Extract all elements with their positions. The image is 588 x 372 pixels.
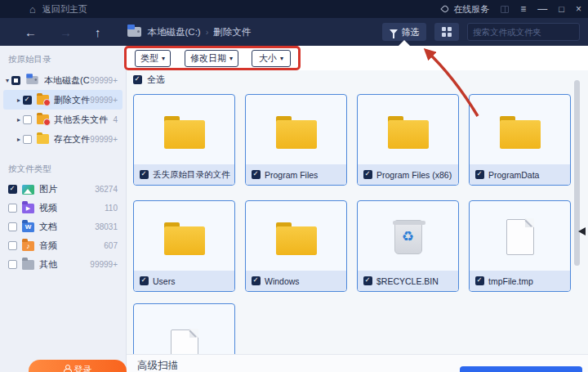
expand-arrow-icon[interactable]: ▾: [3, 77, 11, 84]
maximize-button[interactable]: □: [559, 0, 564, 18]
checkbox-pictures[interactable]: [8, 185, 17, 194]
card-checkbox[interactable]: [252, 170, 261, 179]
drive-icon: [26, 76, 38, 84]
card-checkbox[interactable]: [475, 170, 484, 179]
card-checkbox[interactable]: [140, 276, 149, 285]
deleted-folder-icon: [37, 95, 49, 105]
sidebar-item-videos[interactable]: ▶ 视频 110: [3, 199, 122, 217]
online-service-label[interactable]: 在线服务: [453, 3, 489, 16]
video-icon: ▶: [22, 204, 34, 213]
online-service-icon[interactable]: [441, 4, 450, 13]
chevron-down-icon: ▾: [280, 55, 283, 62]
login-button[interactable]: 登录: [29, 360, 127, 372]
checkbox-other-lost-files[interactable]: [23, 115, 32, 124]
gift-icon[interactable]: [501, 6, 509, 13]
checkbox-existing-files[interactable]: [23, 135, 32, 144]
forward-icon[interactable]: →: [60, 26, 72, 38]
file-icon: [506, 219, 534, 255]
file-card[interactable]: Users: [133, 200, 235, 292]
close-button[interactable]: ×: [576, 0, 581, 18]
sidebar-item-audio[interactable]: ♪ 音频 607: [3, 236, 122, 255]
filter-button[interactable]: 筛选: [382, 23, 426, 41]
checkbox-deleted-files[interactable]: [23, 96, 32, 105]
card-checkbox[interactable]: [140, 170, 149, 179]
menu-icon[interactable]: ≡: [520, 0, 526, 18]
home-icon[interactable]: ⌂: [29, 4, 36, 15]
breadcrumb-drive[interactable]: 本地磁盘(C:): [148, 26, 201, 38]
card-checkbox[interactable]: [475, 276, 484, 285]
card-checkbox[interactable]: [363, 276, 372, 285]
up-icon[interactable]: ↑: [95, 26, 101, 38]
drive-icon: [127, 27, 141, 37]
grid-view-icon: [442, 27, 452, 37]
search-input[interactable]: [468, 27, 588, 37]
breadcrumb-current[interactable]: 删除文件: [213, 26, 251, 38]
item-count: 99999+: [90, 96, 118, 105]
view-toggle-button[interactable]: [434, 23, 459, 41]
card-name: Program Files: [265, 170, 318, 180]
minimize-button[interactable]: —: [537, 0, 547, 18]
type-filter-dropdown[interactable]: 类型 ▾: [135, 50, 171, 67]
sidebar-item-other[interactable]: 其他 99999+: [3, 255, 122, 274]
sidebar-section-title-file-type: 按文件类型: [0, 160, 126, 180]
checkbox-documents[interactable]: [8, 222, 17, 231]
expand-arrow-icon[interactable]: ▸: [15, 96, 23, 104]
sidebar-item-pictures[interactable]: 图片 36274: [3, 180, 122, 199]
sidebar-item-documents[interactable]: W 文档 38031: [3, 217, 122, 236]
folder-icon: [276, 222, 317, 255]
back-icon[interactable]: ←: [24, 26, 37, 38]
folder-icon: [164, 116, 205, 149]
app-window: ⌂ 返回到主页 在线服务 ≡ — □ × ← → ↑ 本地磁盘(C:) › 删除…: [0, 0, 588, 372]
select-all-row[interactable]: 全选: [133, 74, 165, 86]
file-card[interactable]: 丢失原始目录的文件: [133, 94, 235, 186]
sidebar-item-existing-files[interactable]: ▸ 存在文件 99999+: [3, 129, 122, 149]
file-card[interactable]: Program Files (x86): [357, 94, 459, 186]
item-count: 110: [105, 204, 118, 213]
toolbar: ← → ↑ 本地磁盘(C:) › 删除文件 筛选: [0, 18, 588, 46]
sidebar-item-label: 图片: [39, 183, 95, 195]
folder-icon: [37, 134, 49, 144]
select-all-checkbox[interactable]: [133, 75, 142, 84]
sidebar-item-other-lost-files[interactable]: ▸ 其他丢失文件 4: [3, 110, 122, 129]
expand-arrow-icon[interactable]: ▸: [15, 136, 23, 143]
checkbox-videos[interactable]: [8, 204, 17, 213]
checkbox-audio[interactable]: [8, 241, 17, 250]
item-count: 4: [113, 115, 118, 124]
sidebar-item-label: 其他丢失文件: [54, 114, 113, 126]
card-name: Windows: [265, 276, 300, 286]
expand-arrow-icon[interactable]: ▸: [15, 116, 23, 123]
card-name: Users: [153, 276, 175, 286]
size-filter-dropdown[interactable]: 大小 ▾: [252, 50, 291, 67]
audio-icon: ♪: [22, 241, 34, 251]
file-card[interactable]: ♻ $RECYCLE.BIN: [357, 200, 459, 292]
file-card[interactable]: ProgramData: [469, 94, 571, 186]
back-to-home-link[interactable]: 返回到主页: [42, 3, 87, 16]
advanced-scan-link[interactable]: 高级扫描: [137, 359, 178, 372]
dropdown-label: 修改日期: [190, 52, 226, 65]
file-card[interactable]: Windows: [245, 200, 347, 292]
checkbox-local-disk[interactable]: [11, 76, 20, 85]
chevron-down-icon: ▾: [229, 55, 233, 62]
sidebar-item-deleted-files[interactable]: ▸ 删除文件 99999+: [3, 90, 122, 110]
recover-button[interactable]: 恢复选中文件: [460, 366, 582, 372]
item-count: 99999+: [90, 260, 118, 269]
vertical-scrollbar[interactable]: [574, 80, 580, 266]
image-icon: [22, 185, 34, 195]
item-count: 99999+: [90, 76, 118, 85]
sidebar-item-label: 其他: [39, 258, 90, 271]
card-checkbox[interactable]: [252, 276, 261, 285]
search-box[interactable]: [467, 23, 580, 41]
card-checkbox[interactable]: [363, 170, 372, 179]
checkbox-other[interactable]: [8, 260, 17, 269]
date-filter-dropdown[interactable]: 修改日期 ▾: [185, 50, 238, 67]
login-button-label: 登录: [74, 364, 92, 372]
folder-icon: [164, 222, 205, 255]
card-name: tmpFile.tmp: [488, 276, 533, 286]
dropdown-label: 大小: [259, 52, 277, 65]
sidebar-item-local-disk-c[interactable]: ▾ 本地磁盘(C:) 99999+: [3, 70, 122, 90]
file-card[interactable]: Program Files: [245, 94, 347, 186]
file-card[interactable]: tmpFile.tmp: [469, 200, 571, 292]
folder-icon: [500, 116, 541, 149]
card-name: $RECYCLE.BIN: [376, 276, 439, 286]
card-name: ProgramData: [488, 170, 539, 180]
